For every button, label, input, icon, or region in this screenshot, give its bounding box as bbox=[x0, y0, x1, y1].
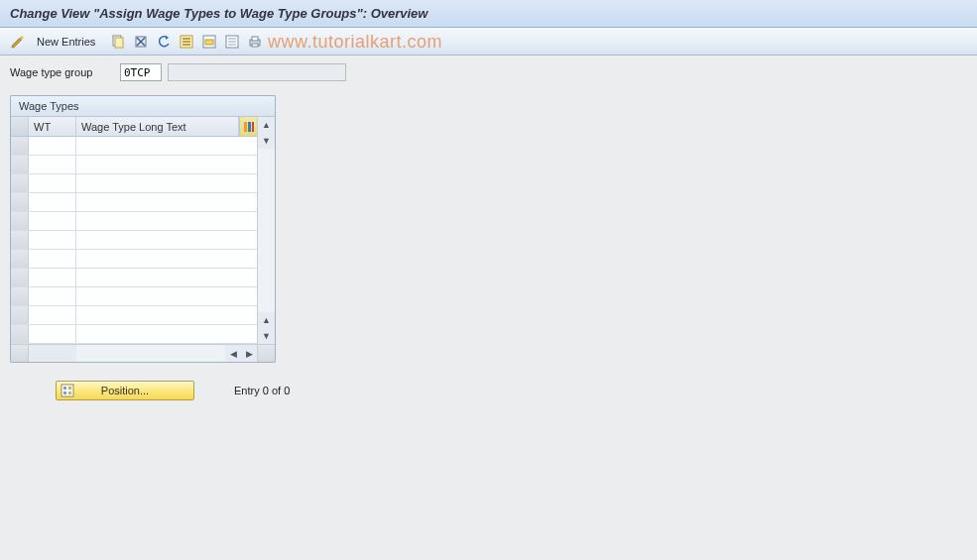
scroll-left-icon[interactable]: ◀ bbox=[225, 345, 241, 362]
cell-long[interactable] bbox=[76, 306, 257, 324]
content-area: Wage type group Wage Types WT Wage Type … bbox=[0, 56, 977, 560]
configure-columns-icon[interactable] bbox=[239, 117, 257, 136]
wage-type-group-row: Wage type group bbox=[10, 63, 967, 81]
table-body bbox=[11, 137, 257, 344]
table-row bbox=[11, 193, 257, 212]
svg-rect-10 bbox=[205, 40, 213, 45]
cell-wt[interactable] bbox=[29, 156, 76, 173]
cell-long[interactable] bbox=[76, 137, 257, 155]
vertical-scrollbar[interactable]: ▲ ▼ ▲ ▼ bbox=[257, 117, 275, 344]
table-row bbox=[11, 287, 257, 306]
table-row bbox=[11, 212, 257, 231]
svg-rect-14 bbox=[228, 44, 236, 46]
position-button[interactable]: Position... bbox=[56, 381, 194, 400]
svg-rect-13 bbox=[228, 41, 236, 43]
wage-type-group-label: Wage type group bbox=[10, 66, 114, 78]
table-row bbox=[11, 250, 257, 269]
table-row bbox=[11, 174, 257, 193]
new-entries-button[interactable]: New Entries bbox=[31, 34, 101, 50]
wage-type-group-code-input[interactable] bbox=[120, 63, 162, 81]
row-selector[interactable] bbox=[11, 287, 29, 305]
wage-type-group-desc-input[interactable] bbox=[168, 63, 346, 81]
select-block-icon[interactable] bbox=[199, 32, 219, 52]
svg-rect-6 bbox=[183, 38, 190, 40]
horizontal-scrollbar[interactable]: ◀ ▶ bbox=[11, 344, 275, 362]
row-selector[interactable] bbox=[11, 306, 29, 324]
scroll-up-small-icon[interactable]: ▲ bbox=[259, 312, 275, 328]
column-header-wt[interactable]: WT bbox=[29, 117, 76, 136]
table-row bbox=[11, 137, 257, 156]
svg-rect-19 bbox=[248, 122, 251, 132]
svg-rect-7 bbox=[183, 41, 190, 43]
row-selector[interactable] bbox=[11, 212, 29, 230]
cell-long[interactable] bbox=[76, 250, 257, 268]
cell-long[interactable] bbox=[76, 174, 257, 192]
table-row bbox=[11, 269, 257, 287]
svg-rect-16 bbox=[252, 37, 258, 41]
cell-wt[interactable] bbox=[29, 287, 76, 305]
svg-rect-12 bbox=[228, 38, 236, 40]
row-selector[interactable] bbox=[11, 137, 29, 155]
cell-wt[interactable] bbox=[29, 306, 76, 324]
entry-count-text: Entry 0 of 0 bbox=[234, 385, 290, 396]
cell-wt[interactable] bbox=[29, 212, 76, 230]
cell-long[interactable] bbox=[76, 325, 257, 343]
row-selector[interactable] bbox=[11, 269, 29, 286]
toggle-display-change-icon[interactable] bbox=[8, 32, 28, 52]
row-selector[interactable] bbox=[11, 174, 29, 192]
delete-icon[interactable] bbox=[131, 32, 151, 52]
row-selector[interactable] bbox=[11, 193, 29, 211]
cell-long[interactable] bbox=[76, 231, 257, 249]
row-selector[interactable] bbox=[11, 156, 29, 173]
scroll-down-icon[interactable]: ▼ bbox=[259, 328, 275, 344]
deselect-all-icon[interactable] bbox=[222, 32, 242, 52]
svg-rect-25 bbox=[68, 392, 71, 394]
table-header: WT Wage Type Long Text bbox=[11, 117, 257, 137]
select-all-icon[interactable] bbox=[177, 32, 196, 52]
wage-types-table-title: Wage Types bbox=[11, 96, 275, 117]
select-all-column-header[interactable] bbox=[11, 117, 29, 136]
svg-rect-20 bbox=[252, 122, 254, 132]
copy-as-icon[interactable] bbox=[108, 32, 128, 52]
svg-rect-22 bbox=[63, 387, 66, 390]
cell-wt[interactable] bbox=[29, 250, 76, 268]
page-title: Change View "Assign Wage Types to Wage T… bbox=[0, 0, 977, 28]
cell-wt[interactable] bbox=[29, 174, 76, 192]
wage-types-table: Wage Types WT Wage Type Long Text bbox=[10, 95, 276, 363]
column-header-long-text[interactable]: Wage Type Long Text bbox=[76, 117, 239, 136]
row-selector[interactable] bbox=[11, 325, 29, 343]
cell-wt[interactable] bbox=[29, 325, 76, 343]
cell-wt[interactable] bbox=[29, 193, 76, 211]
undo-change-icon[interactable] bbox=[154, 32, 174, 52]
position-button-label: Position... bbox=[101, 385, 149, 396]
table-row bbox=[11, 156, 257, 174]
scroll-down-small-icon[interactable]: ▼ bbox=[259, 133, 275, 149]
footer-row: Position... Entry 0 of 0 bbox=[10, 381, 967, 400]
svg-rect-18 bbox=[244, 122, 247, 132]
table-row bbox=[11, 306, 257, 325]
scroll-right-icon[interactable]: ▶ bbox=[241, 345, 257, 362]
svg-rect-23 bbox=[63, 392, 66, 394]
application-toolbar: New Entries bbox=[0, 28, 977, 56]
position-icon bbox=[61, 384, 74, 397]
cell-long[interactable] bbox=[76, 212, 257, 230]
row-selector[interactable] bbox=[11, 250, 29, 268]
svg-rect-17 bbox=[252, 44, 258, 47]
cell-long[interactable] bbox=[76, 193, 257, 211]
svg-rect-8 bbox=[183, 44, 190, 46]
cell-wt[interactable] bbox=[29, 231, 76, 249]
table-settings-print-icon[interactable] bbox=[245, 32, 265, 52]
svg-rect-21 bbox=[61, 385, 73, 396]
svg-rect-1 bbox=[115, 38, 123, 48]
scroll-up-icon[interactable]: ▲ bbox=[259, 117, 275, 133]
table-row bbox=[11, 325, 257, 344]
cell-wt[interactable] bbox=[29, 269, 76, 286]
cell-long[interactable] bbox=[76, 156, 257, 173]
cell-long[interactable] bbox=[76, 287, 257, 305]
row-selector[interactable] bbox=[11, 231, 29, 249]
svg-rect-24 bbox=[68, 387, 71, 390]
table-row bbox=[11, 231, 257, 250]
cell-wt[interactable] bbox=[29, 137, 76, 155]
cell-long[interactable] bbox=[76, 269, 257, 286]
